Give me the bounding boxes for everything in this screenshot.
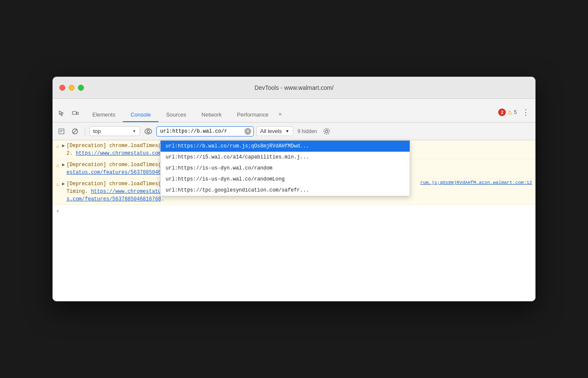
- warning-icon-2: ⚠: [56, 161, 59, 169]
- toolbar-divider: [85, 127, 85, 136]
- expand-arrow-2[interactable]: ▶: [62, 162, 65, 167]
- warning-icon: ⚠: [507, 109, 513, 116]
- error-badge: 2 ⚠ 5: [498, 108, 517, 116]
- clear-console-icon[interactable]: [56, 126, 67, 137]
- warning-icon-1: ⚠: [56, 142, 59, 150]
- tab-elements[interactable]: Elements: [85, 108, 123, 122]
- tab-performance[interactable]: Performance: [229, 108, 276, 122]
- level-selector[interactable]: All levels ▼: [256, 126, 293, 136]
- svg-point-8: [147, 130, 150, 133]
- prompt-arrow[interactable]: ›: [56, 208, 59, 214]
- title-bar: DevTools - www.walmart.com/: [53, 77, 535, 99]
- tab-bar: Elements Console Sources Network Perform…: [53, 99, 535, 122]
- msg-link-3a[interactable]: https://www.chromestatu: [91, 189, 161, 195]
- svg-point-9: [325, 130, 328, 133]
- filter-input[interactable]: [156, 126, 254, 136]
- autocomplete-dropdown: url:https://b.wal.co/rum.js;qOs8mjRVdAHf…: [160, 140, 410, 196]
- svg-point-7: [145, 129, 152, 134]
- tab-console[interactable]: Console: [123, 108, 158, 122]
- tab-bar-icons: [56, 108, 81, 122]
- console-prompt: ›: [53, 205, 535, 217]
- inspect-element-icon[interactable]: [56, 108, 68, 120]
- tab-bar-right: 2 ⚠ 5 ⋮: [498, 106, 532, 122]
- svg-rect-0: [72, 111, 76, 114]
- context-selector[interactable]: top ▼: [89, 126, 140, 136]
- autocomplete-item-4[interactable]: url:https://is-us-dyn.wal.co/randomLong: [161, 174, 410, 185]
- context-dropdown-arrow: ▼: [132, 129, 136, 133]
- close-button[interactable]: [59, 85, 65, 91]
- msg-link-3b[interactable]: s.com/features/5637885046816768: [67, 196, 161, 202]
- more-options-button[interactable]: ⋮: [519, 106, 532, 119]
- tabs-container: Elements Console Sources Network Perform…: [85, 107, 498, 122]
- expand-arrow-1[interactable]: ▶: [62, 143, 65, 148]
- filter-clear-button[interactable]: ✕: [244, 128, 251, 135]
- autocomplete-item-3[interactable]: url:https://is-us-dyn.wal.co/random: [161, 163, 410, 174]
- no-circle-icon[interactable]: [69, 126, 80, 137]
- autocomplete-item-2[interactable]: url:https://i5.wal.co/a14/capabilities.m…: [161, 152, 410, 163]
- msg-source-3[interactable]: rum.js;qOs8mjRVdAHfM…acon.walmart.com:12: [420, 180, 532, 185]
- svg-rect-2: [59, 129, 64, 134]
- hidden-count: 9 hidden: [297, 128, 317, 134]
- window-title: DevTools - www.walmart.com/: [255, 84, 334, 91]
- more-tabs-button[interactable]: »: [276, 107, 284, 120]
- eye-icon[interactable]: [143, 126, 154, 137]
- autocomplete-item-5[interactable]: url:https://tpc.googlesyndication.com/sa…: [161, 185, 410, 196]
- autocomplete-item-1[interactable]: url:https://b.wal.co/rum.js;qOs8mjRVdAHf…: [161, 141, 410, 152]
- msg-link-1[interactable]: https://www.chromestatus.com/fea: [76, 150, 173, 156]
- svg-rect-1: [77, 112, 78, 114]
- error-count: 2: [498, 108, 506, 116]
- maximize-button[interactable]: [78, 85, 84, 91]
- warning-count: 5: [514, 109, 517, 115]
- svg-point-10: [324, 128, 330, 134]
- minimize-button[interactable]: [69, 85, 75, 91]
- filter-input-wrap: ✕: [156, 126, 254, 136]
- msg-link-2[interactable]: estatus.com/features/56378850468167: [67, 170, 173, 175]
- tab-sources[interactable]: Sources: [158, 108, 194, 122]
- warning-icon-3: ⚠: [56, 181, 59, 188]
- svg-line-6: [73, 129, 77, 133]
- device-toolbar-icon[interactable]: [69, 108, 81, 120]
- devtools-window: DevTools - www.walmart.com/ Elements Con: [53, 77, 535, 301]
- console-toolbar: top ▼ ✕ url:https://b.wal.co/rum.js;qOs8…: [53, 122, 535, 140]
- traffic-lights: [59, 85, 84, 91]
- tab-network[interactable]: Network: [194, 108, 230, 122]
- console-settings-icon[interactable]: [321, 126, 332, 137]
- expand-arrow-3[interactable]: ▶: [62, 181, 65, 186]
